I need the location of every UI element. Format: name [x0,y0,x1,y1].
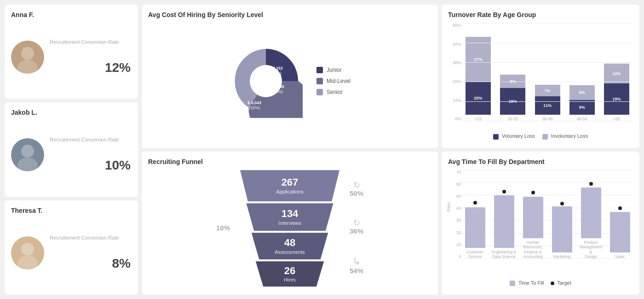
person-name-0: Anna F. [11,11,131,18]
dashboard: Anna F. Recruitement Conversion Rate 12%… [0,0,644,299]
bar-voluntary-gt55: 19% [604,83,629,115]
bar-involuntary-lt25: 27% [466,37,491,82]
bar-voluntary-4654: 9% [569,100,595,115]
mid-column: Avg Cost Of Hiring By Seniority Level [142,5,438,294]
turnover-bars: 0% 10% 20% 30% 40% 50% 20% 27% [448,23,633,130]
right-column: Turnover Rate By Age Group 0% [442,5,639,294]
senior-color [316,89,323,95]
ttf-bar-customer: CustomerService [462,207,488,259]
funnel-left-pct: 10% [216,224,230,232]
person-card-1: Jakob L. Recruitement Conversion Rate 10… [5,102,138,196]
x-label-lt25: <25 [475,117,482,121]
person-name-1: Jakob L. [11,109,131,116]
ttf-bars: 0 10 20 30 40 50 60 70 Days [448,170,633,277]
ttf-label-mkt: Marketing [553,254,570,259]
svg-text:$ 3,152: $ 3,152 [269,66,283,70]
junior-label: Junior [327,67,342,73]
person-card-0: Anna F. Recruitement Conversion Rate 12% [5,5,138,99]
involuntary-color [542,134,548,140]
person-stats-2: Recruitement Conversion Rate 8% [50,235,131,271]
stat-value-2: 8% [50,256,131,271]
ttf-bar-mkt [552,206,572,252]
ttf-bar-marketing: Marketing [549,206,575,259]
svg-text:$ 5,345: $ 5,345 [270,84,284,89]
funnel-section: 10% 267 Applications 134 Interview [148,170,431,287]
assessments-label: Assessments [275,249,305,255]
ttf-bar-sales [610,212,630,252]
ttf-title: Avg Time To Fill By Department [448,158,633,165]
bar-voluntary-3645: 11% [535,96,560,115]
legend-senior: Senior [316,89,351,95]
hires-num: 26 [284,265,295,277]
ttf-bar-prod [581,188,601,238]
x-label-4654: 46-54 [577,117,587,121]
ttf-label-cs: CustomerService [466,250,483,259]
ttf-bar-hr [523,197,543,238]
stat-label-0: Recruitement Conversion Rate [50,39,131,45]
pie-chart: $ 3,152 (25%) $ 5,345 (43%) $ 4,043 (32%… [229,44,303,118]
ttf-target-label: Target [557,280,571,286]
ttf-label-hr: HumanResources,Finance &Accounting [523,240,543,259]
turnover-chart-area: 0% 10% 20% 30% 40% 50% 20% 27% [448,23,633,140]
junior-color [316,67,323,73]
funnel-right-pct-3: 54% [350,267,363,275]
person-stats-1: Recruitement Conversion Rate 10% [50,137,131,173]
funnel-right-pct-2: 36% [350,227,363,235]
ttf-fill-color [510,281,515,286]
turnover-title: Turnover Rate By Age Group [448,11,633,18]
svg-point-1 [21,47,34,60]
ttf-label-eng: Engineering &Data Science [492,250,516,259]
legend-midlevel: Mid-Level [316,78,351,84]
person-avatar-2 [11,236,44,270]
ttf-bar-sales: Sales [607,212,633,259]
interviews-label: Interviews [278,220,301,226]
sparkline-2 [50,242,131,256]
legend-involuntary: Involuntary Loss [542,133,588,139]
ttf-label-sales: Sales [615,254,625,259]
ttf-bar-hr: HumanResources,Finance &Accounting [520,197,546,259]
bar-involuntary-2635: 8% [500,75,525,88]
ttf-y-axis: 0 10 20 30 40 50 60 70 [448,170,461,259]
involuntary-label: Involuntary Loss [551,133,588,139]
bar-group-4654: 9% 9% 46-54 [566,32,598,121]
ttf-fill-label: Time To Fill [518,280,544,286]
person-avatar-1 [11,138,44,171]
voluntary-label: Voluntary Loss [502,133,535,139]
pie-section: $ 3,152 (25%) $ 5,345 (43%) $ 4,043 (32%… [148,23,431,140]
y-axis: 0% 10% 20% 30% 40% 50% [448,23,461,121]
ttf-legend: Time To Fill Target [448,280,633,286]
funnel-stages: 267 Applications 134 Interviews [235,170,345,286]
ttf-dot-cs [473,201,477,205]
bar-group-2635: 16% 8% 26-35 [496,32,529,121]
svg-text:(25%): (25%) [270,71,282,76]
voluntary-color [493,134,499,140]
applications-num: 267 [282,176,299,188]
bar-involuntary-3645: 7% [535,85,560,96]
funnel-card: Recruiting Funnel 10% 267 Applications [142,152,438,295]
bar-group-3645: 11% 7% 36-45 [531,32,564,121]
days-label: Days [446,202,451,212]
ttf-fill-legend: Time To Fill [510,280,544,286]
funnel-right-pct-1: 50% [350,189,363,197]
stat-label-2: Recruitement Conversion Rate [50,235,131,240]
midlevel-label: Mid-Level [327,78,351,84]
ttf-dot-hr [531,191,535,194]
bar-involuntary-gt55: 12% [604,64,629,83]
funnel-stage-hires: 26 Hires [252,261,328,287]
stat-label-1: Recruitement Conversion Rate [50,137,131,142]
legend-voluntary: Voluntary Loss [493,133,535,139]
person-name-2: Theresa T. [11,207,131,214]
ttf-label-prod: ProductManagement &Design [578,240,604,259]
bar-group-lt25: 20% 27% <25 [462,32,494,121]
hiring-cost-title: Avg Cost Of Hiring By Seniority Level [148,11,431,18]
midlevel-color [316,78,323,84]
bar-involuntary-4654: 9% [569,85,595,100]
bar-voluntary-lt25: 20% [466,82,491,115]
x-label-2635: 26-35 [507,117,518,121]
ttf-bar-eng [494,195,514,248]
svg-point-4 [21,145,34,158]
ttf-target-legend: Target [551,280,571,286]
turnover-card: Turnover Rate By Age Group 0% [442,5,639,148]
x-label-3645: 36-45 [542,117,552,121]
bar-group-gt55: 19% 12% >55 [600,32,633,121]
